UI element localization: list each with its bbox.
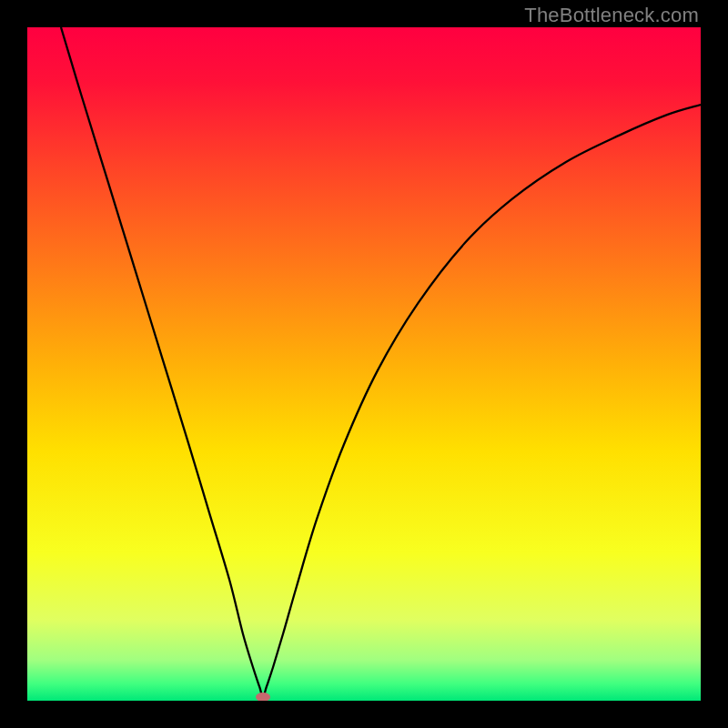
bottleneck-curve xyxy=(61,27,701,697)
chart-frame: TheBottleneck.com xyxy=(0,0,728,728)
watermark-text: TheBottleneck.com xyxy=(524,4,699,27)
curve-layer xyxy=(27,27,701,701)
plot-area xyxy=(27,27,701,701)
curve-minimum-marker xyxy=(256,693,270,701)
